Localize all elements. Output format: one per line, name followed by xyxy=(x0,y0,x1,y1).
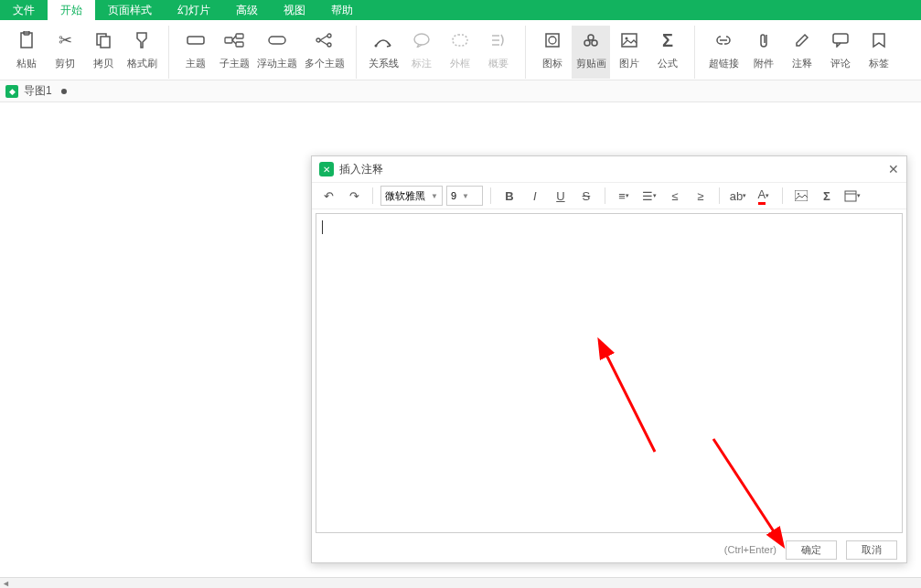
menu-file[interactable]: 文件 xyxy=(0,0,48,20)
modified-dot-icon xyxy=(61,89,67,94)
font-style-button[interactable]: ab▾ xyxy=(727,185,749,207)
svg-rect-7 xyxy=(236,42,243,47)
clipart-button[interactable]: 剪贴画 xyxy=(572,26,610,79)
copy-icon xyxy=(95,27,112,53)
callout-icon xyxy=(413,27,430,53)
paste-button[interactable]: 粘贴 xyxy=(7,26,46,79)
iconset-icon xyxy=(544,27,561,53)
menu-start[interactable]: 开始 xyxy=(48,0,95,20)
insert-image-button[interactable] xyxy=(790,185,812,207)
menu-help[interactable]: 帮助 xyxy=(318,0,366,20)
shortcut-hint: (Ctrl+Enter) xyxy=(724,544,776,555)
boundary-button[interactable]: 外框 xyxy=(441,26,479,79)
svg-point-9 xyxy=(316,38,320,42)
chevron-down-icon: ▼ xyxy=(462,192,469,200)
outdent-button[interactable]: ≤ xyxy=(664,185,686,207)
clipart-icon xyxy=(583,27,599,53)
svg-point-13 xyxy=(414,34,429,45)
svg-rect-18 xyxy=(546,34,559,47)
image-icon xyxy=(621,27,637,53)
dialog-footer: (Ctrl+Enter) 确定 取消 xyxy=(312,537,906,562)
svg-rect-14 xyxy=(453,35,467,46)
copy-button[interactable]: 拷贝 xyxy=(84,26,123,79)
group-insert1: 关系线 标注 外框 概要 xyxy=(357,26,526,79)
note-button[interactable]: 注释 xyxy=(783,26,821,79)
topic-icon xyxy=(187,27,205,53)
text-cursor xyxy=(322,220,323,234)
svg-point-12 xyxy=(375,45,378,48)
sigma-icon: Σ xyxy=(662,27,673,53)
font-size-select[interactable]: 9▼ xyxy=(446,186,483,206)
scroll-left-icon[interactable]: ◄ xyxy=(2,579,10,588)
svg-rect-4 xyxy=(187,37,204,44)
svg-point-24 xyxy=(626,37,628,40)
topic-button[interactable]: 主题 xyxy=(177,26,215,79)
svg-point-27 xyxy=(798,193,799,195)
tag-button[interactable]: 标签 xyxy=(860,26,898,79)
svg-rect-5 xyxy=(225,37,232,43)
menu-view[interactable]: 视图 xyxy=(271,0,318,20)
cancel-button[interactable]: 取消 xyxy=(846,540,897,560)
horizontal-scrollbar[interactable]: ◄ xyxy=(0,577,921,588)
strikethrough-button[interactable]: S xyxy=(575,185,597,207)
ribbon: 粘贴 ✂剪切 拷贝 格式刷 主题 子主题 浮动主题 多个主题 关系线 标注 外框… xyxy=(0,20,921,80)
floating-topic-button[interactable]: 浮动主题 xyxy=(253,26,301,79)
scissors-icon: ✂ xyxy=(59,27,72,53)
menu-slides[interactable]: 幻灯片 xyxy=(165,0,223,20)
redo-button[interactable]: ↷ xyxy=(343,185,365,207)
undo-button[interactable]: ↶ xyxy=(317,185,339,207)
font-family-select[interactable]: 微软雅黑▼ xyxy=(380,186,443,206)
group-topics: 主题 子主题 浮动主题 多个主题 xyxy=(169,26,357,79)
group-insert2: 图标 剪贴画 图片 Σ公式 xyxy=(526,26,695,79)
italic-button[interactable]: I xyxy=(524,185,546,207)
dialog-titlebar[interactable]: ✕ 插入注释 ✕ xyxy=(312,156,906,182)
summary-icon xyxy=(490,27,507,53)
bold-button[interactable]: B xyxy=(498,185,520,207)
paperclip-icon xyxy=(757,27,770,53)
menu-pagestyle[interactable]: 页面样式 xyxy=(95,0,165,20)
indent-button[interactable]: ≥ xyxy=(690,185,712,207)
formula-button[interactable]: Σ公式 xyxy=(648,26,687,79)
svg-rect-28 xyxy=(845,191,856,201)
image-button[interactable]: 图片 xyxy=(610,26,648,79)
insert-date-button[interactable]: ▾ xyxy=(841,185,863,207)
font-color-button[interactable]: A▾ xyxy=(753,185,775,207)
ok-button[interactable]: 确定 xyxy=(786,540,837,560)
svg-point-10 xyxy=(327,34,331,37)
list-button[interactable]: ☰▾ xyxy=(638,185,660,207)
doc-tab[interactable]: 导图1 xyxy=(24,83,52,99)
comment-button[interactable]: 评论 xyxy=(821,26,860,79)
pencil-icon xyxy=(794,27,810,53)
attachment-button[interactable]: 附件 xyxy=(744,26,783,79)
multi-topic-button[interactable]: 多个主题 xyxy=(301,26,348,79)
underline-button[interactable]: U xyxy=(550,185,572,207)
document-tab-bar: ◆ 导图1 xyxy=(0,80,921,102)
subtopic-icon xyxy=(224,27,244,53)
menu-advanced[interactable]: 高级 xyxy=(223,0,271,20)
dialog-title: 插入注释 xyxy=(339,162,383,177)
multi-topic-icon xyxy=(315,27,335,53)
menu-bar: 文件 开始 页面样式 幻灯片 高级 视图 帮助 xyxy=(0,0,921,20)
subtopic-button[interactable]: 子主题 xyxy=(215,26,253,79)
svg-point-21 xyxy=(584,40,590,46)
floating-topic-icon xyxy=(268,27,286,53)
boundary-icon xyxy=(452,27,468,53)
dialog-close-button[interactable]: ✕ xyxy=(888,162,899,176)
relation-button[interactable]: 关系线 xyxy=(364,26,402,79)
cut-button[interactable]: ✂剪切 xyxy=(46,26,84,79)
svg-point-22 xyxy=(592,40,597,46)
hyperlink-button[interactable]: 超链接 xyxy=(702,26,744,79)
align-button[interactable]: ≡▾ xyxy=(613,185,635,207)
svg-rect-6 xyxy=(236,34,243,38)
icon-button[interactable]: 图标 xyxy=(533,26,572,79)
summary-button[interactable]: 概要 xyxy=(479,26,518,79)
insert-formula-button[interactable]: Σ xyxy=(816,185,838,207)
chevron-down-icon: ▼ xyxy=(431,192,438,200)
clipboard-icon xyxy=(18,27,35,53)
relation-icon xyxy=(374,27,392,53)
note-textarea[interactable] xyxy=(316,213,903,533)
svg-point-11 xyxy=(327,43,331,47)
doc-icon: ◆ xyxy=(5,85,18,98)
format-painter-button[interactable]: 格式刷 xyxy=(123,26,161,79)
callout-button[interactable]: 标注 xyxy=(402,26,441,79)
